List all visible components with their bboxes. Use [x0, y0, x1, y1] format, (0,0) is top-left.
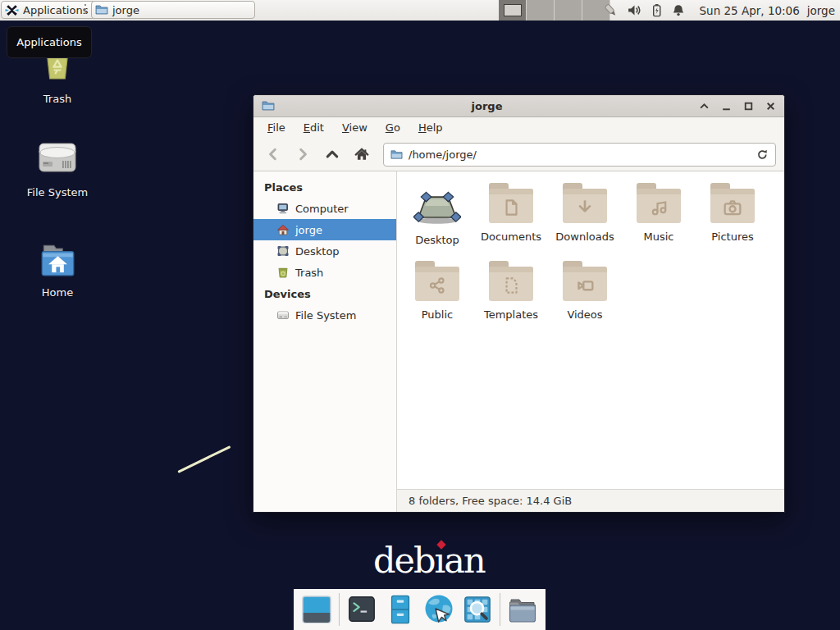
sidebar-item-trash[interactable]: Trash [253, 262, 396, 283]
show-desktop-icon [300, 593, 333, 626]
folder-item-documents[interactable]: Documents [474, 176, 548, 254]
desktop-trapezoid-icon [413, 186, 461, 226]
volume-icon[interactable] [627, 2, 642, 18]
sidebar-item-computer[interactable]: Computer [253, 198, 396, 219]
sidebar-item-label: File System [295, 309, 356, 322]
desktop-icon-file-system[interactable]: File System [18, 139, 97, 199]
workspace-3[interactable] [555, 0, 582, 21]
panel-username[interactable]: jorge [807, 4, 835, 17]
workspace-pager[interactable] [499, 0, 610, 21]
forward-arrow-icon [301, 149, 306, 158]
address-text[interactable]: /home/jorge/ [409, 148, 751, 161]
dock-item-file-cabinet[interactable] [384, 592, 417, 627]
folder-label: Templates [484, 308, 538, 321]
videos-folder-icon [563, 267, 607, 301]
shade-window-button[interactable] [699, 101, 710, 112]
notifications-bell-icon[interactable] [671, 3, 686, 18]
panel-clock[interactable]: Sun 25 Apr, 10:06 [700, 4, 800, 17]
folder-label: Documents [481, 231, 541, 243]
sidebar: Places Computer [253, 171, 397, 512]
sidebar-header-devices: Devices [253, 283, 396, 304]
desktop-screen: Applications jorge [0, 0, 840, 630]
applications-tooltip: Applications [7, 26, 92, 58]
downloads-folder-icon [563, 189, 607, 223]
folder-item-templates[interactable]: Templates [474, 254, 548, 332]
folder-item-pictures[interactable]: Pictures [696, 176, 769, 254]
panel-handle[interactable] [84, 4, 86, 16]
workspace-1[interactable] [499, 0, 527, 21]
applications-menu-button[interactable]: Applications [1, 1, 96, 19]
dock-item-terminal[interactable] [345, 592, 378, 627]
desktop-icon [276, 244, 290, 258]
debian-logo-text: an [444, 540, 484, 581]
application-finder-icon [462, 594, 493, 625]
directory-menu-folder-icon [506, 594, 539, 625]
window-titlebar[interactable]: jorge [253, 95, 784, 117]
debian-logo-text: deb [373, 540, 435, 581]
up-arrow-icon [327, 152, 336, 157]
folder-icon [95, 3, 108, 16]
desktop-icon-home[interactable]: Home [18, 241, 97, 299]
window-title: jorge [275, 100, 699, 112]
xfce-applications-icon [5, 3, 19, 17]
sidebar-item-jorge[interactable]: jorge [253, 219, 396, 240]
reload-icon[interactable] [756, 148, 769, 161]
stylus-icon[interactable] [603, 2, 619, 19]
folder-label: Videos [567, 308, 602, 321]
file-cabinet-icon [385, 593, 416, 626]
menu-file[interactable]: File [258, 118, 294, 137]
desktop-icon-label: Home [18, 286, 97, 299]
home-button[interactable] [350, 143, 373, 166]
tooltip-text: Applications [16, 36, 81, 48]
sidebar-item-file-system[interactable]: File System [253, 304, 396, 326]
location-folder-icon [390, 148, 403, 161]
public-folder-icon [415, 267, 459, 301]
terminal-icon [346, 594, 377, 625]
sidebar-item-desktop[interactable]: Desktop [253, 240, 396, 262]
file-manager-window: jorge File Edit View Go Help [253, 94, 785, 513]
menu-view[interactable]: View [333, 118, 377, 137]
documents-folder-icon [489, 189, 533, 223]
toolbar: /home/jorge/ [253, 138, 784, 171]
location-bar[interactable]: /home/jorge/ [383, 143, 776, 167]
templates-folder-icon [489, 267, 533, 301]
sidebar-item-label: jorge [295, 224, 322, 236]
dock-item-web-browser[interactable] [422, 592, 455, 627]
dock-item-show-desktop[interactable] [300, 592, 333, 627]
dock-item-directory-menu[interactable] [506, 592, 539, 627]
folder-label: Desktop [415, 234, 459, 246]
back-button[interactable] [262, 143, 285, 166]
menu-go[interactable]: Go [377, 118, 409, 137]
debian-logo-i: ı [435, 540, 445, 581]
home-folder-icon [37, 241, 78, 279]
folder-item-public[interactable]: Public [400, 254, 474, 332]
folder-item-desktop[interactable]: Desktop [400, 176, 474, 254]
trash-small-icon [276, 266, 290, 279]
status-bar: 8 folders, Free space: 14.4 GiB [397, 489, 784, 512]
window-folder-icon [262, 99, 275, 112]
menu-edit[interactable]: Edit [294, 118, 333, 137]
folder-item-music[interactable]: Music [622, 176, 696, 254]
menu-help[interactable]: Help [409, 118, 452, 137]
battery-icon[interactable] [650, 2, 664, 18]
taskbar-button-jorge[interactable]: jorge [91, 1, 255, 19]
folder-item-downloads[interactable]: Downloads [548, 176, 622, 254]
drive-icon [276, 308, 290, 322]
status-text: 8 folders, Free space: 14.4 GiB [409, 495, 572, 507]
bottom-dock [294, 589, 546, 630]
dock-item-application-finder[interactable] [461, 592, 494, 627]
workspace-2[interactable] [527, 0, 555, 21]
dock-separator [339, 593, 340, 626]
folder-label: Downloads [555, 231, 614, 243]
folder-item-videos[interactable]: Videos [548, 254, 622, 332]
forward-button[interactable] [291, 143, 314, 166]
top-panel: Applications jorge [0, 0, 840, 21]
music-folder-icon [637, 189, 681, 223]
up-button[interactable] [321, 143, 344, 166]
back-arrow-icon [271, 149, 276, 158]
desktop-icon-label: File System [18, 186, 97, 199]
minimize-button[interactable] [721, 101, 732, 112]
maximize-button[interactable] [743, 101, 754, 112]
close-button[interactable] [765, 101, 776, 112]
folder-grid: Desktop Documents [397, 171, 784, 489]
